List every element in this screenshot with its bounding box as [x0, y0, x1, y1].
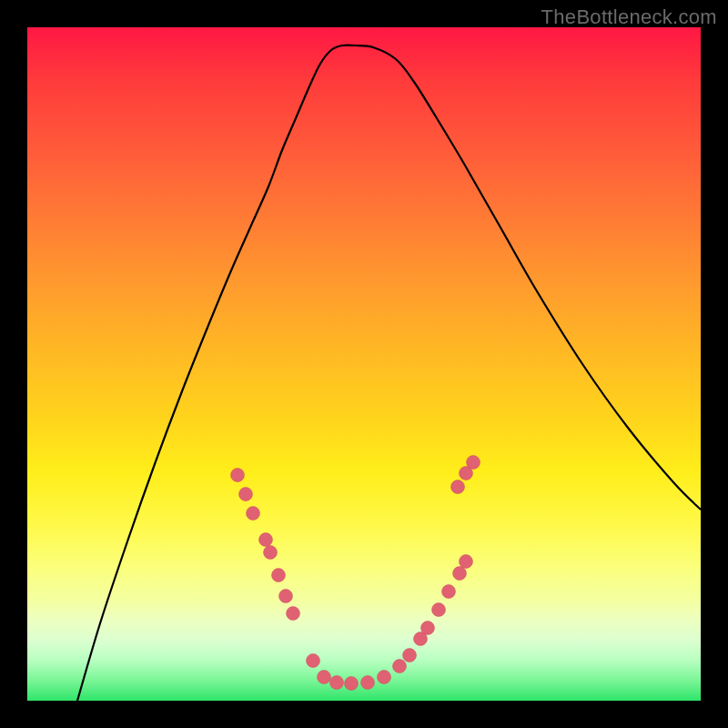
- data-point: [361, 676, 375, 690]
- data-point: [345, 677, 359, 691]
- chart-plot-area: [27, 27, 701, 701]
- data-point: [460, 555, 473, 569]
- chart-frame: TheBottleneck.com: [0, 0, 728, 728]
- data-point: [467, 456, 480, 470]
- data-point: [307, 654, 320, 668]
- watermark-text: TheBottleneck.com: [541, 5, 717, 29]
- data-point: [403, 649, 417, 662]
- scatter-dots: [231, 456, 480, 691]
- data-point: [442, 585, 456, 599]
- data-point: [247, 507, 260, 521]
- data-point: [421, 622, 435, 635]
- data-point: [453, 567, 467, 581]
- data-point: [330, 676, 344, 690]
- data-point: [378, 671, 391, 684]
- bottleneck-curve: [77, 46, 701, 701]
- data-point: [259, 533, 273, 547]
- data-point: [231, 469, 245, 482]
- data-point: [272, 569, 286, 582]
- data-point: [279, 590, 293, 603]
- chart-svg: [27, 27, 701, 701]
- data-point: [451, 480, 465, 494]
- data-point: [393, 660, 407, 673]
- data-point: [287, 607, 300, 621]
- data-point: [264, 546, 278, 560]
- data-point: [432, 603, 446, 617]
- data-point: [318, 671, 331, 684]
- data-point: [239, 488, 253, 501]
